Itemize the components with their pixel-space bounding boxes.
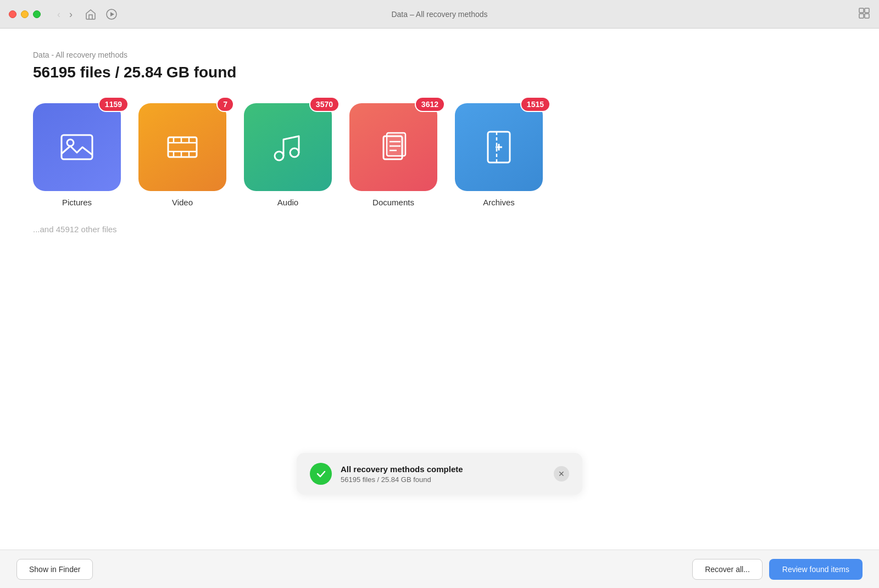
documents-card xyxy=(349,103,437,191)
pictures-icon xyxy=(57,127,97,167)
archives-icon xyxy=(479,127,519,167)
svg-rect-5 xyxy=(865,14,869,18)
other-files-text: ...and 45912 other files xyxy=(33,225,846,234)
archives-card-wrapper: 1515 xyxy=(455,103,543,191)
pictures-card xyxy=(33,103,121,191)
video-card xyxy=(138,103,226,191)
svg-rect-3 xyxy=(865,8,869,13)
scan-icon[interactable] xyxy=(105,8,118,20)
category-archives[interactable]: 1515 Archives xyxy=(455,103,543,207)
pictures-label: Pictures xyxy=(62,198,92,207)
category-documents[interactable]: 3612 Documents xyxy=(349,103,437,207)
svg-rect-6 xyxy=(62,135,92,159)
category-pictures[interactable]: 1159 Pictures xyxy=(33,103,121,207)
window-controls xyxy=(9,10,41,18)
notification-check-icon xyxy=(310,463,332,485)
svg-rect-8 xyxy=(168,137,197,157)
audio-card-wrapper: 3570 xyxy=(244,103,332,191)
archives-badge: 1515 xyxy=(520,97,550,112)
audio-badge: 3570 xyxy=(309,97,340,112)
svg-point-17 xyxy=(275,152,283,160)
svg-marker-1 xyxy=(110,12,114,16)
window-title: Data – All recovery methods xyxy=(391,10,487,19)
back-button[interactable]: ‹ xyxy=(54,7,64,21)
titlebar: ‹ › Data – All recovery methods xyxy=(0,0,879,29)
bottom-right-buttons: Recover all... Review found items xyxy=(692,559,863,580)
page-title: 56195 files / 25.84 GB found xyxy=(33,64,846,81)
documents-label: Documents xyxy=(372,198,414,207)
bottom-toolbar: Show in Finder Recover all... Review fou… xyxy=(0,550,879,588)
category-video[interactable]: 7 Video xyxy=(138,103,226,207)
archives-label: Archives xyxy=(483,198,515,207)
minimize-button[interactable] xyxy=(21,10,29,18)
audio-label: Audio xyxy=(277,198,298,207)
archives-card xyxy=(455,103,543,191)
home-icon[interactable] xyxy=(85,8,97,20)
view-toggle-icon[interactable] xyxy=(858,7,870,19)
svg-rect-2 xyxy=(859,8,864,13)
navigation-buttons: ‹ › xyxy=(54,7,76,21)
show-in-finder-button[interactable]: Show in Finder xyxy=(16,559,93,580)
recover-all-button[interactable]: Recover all... xyxy=(692,559,763,580)
pictures-card-wrapper: 1159 xyxy=(33,103,121,191)
breadcrumb: Data - All recovery methods xyxy=(33,51,846,59)
audio-card xyxy=(244,103,332,191)
documents-card-wrapper: 3612 xyxy=(349,103,437,191)
notification-banner: All recovery methods complete 56195 file… xyxy=(297,453,582,495)
notification-text: All recovery methods complete 56195 file… xyxy=(341,464,545,484)
svg-point-7 xyxy=(67,139,74,146)
notification-subtitle: 56195 files / 25.84 GB found xyxy=(341,475,545,484)
svg-rect-20 xyxy=(387,133,405,156)
titlebar-right xyxy=(858,7,870,21)
maximize-button[interactable] xyxy=(33,10,41,18)
main-content: Data - All recovery methods 56195 files … xyxy=(0,29,879,550)
categories-list: 1159 Pictures xyxy=(33,103,846,207)
notification-title: All recovery methods complete xyxy=(341,464,545,474)
audio-icon xyxy=(268,127,308,167)
video-badge: 7 xyxy=(216,97,234,112)
svg-point-18 xyxy=(290,148,299,157)
close-button[interactable] xyxy=(9,10,16,18)
documents-badge: 3612 xyxy=(415,97,445,112)
svg-rect-4 xyxy=(859,14,864,18)
documents-icon xyxy=(374,127,413,167)
pictures-badge: 1159 xyxy=(98,97,129,112)
video-label: Video xyxy=(172,198,193,207)
forward-button[interactable]: › xyxy=(66,7,76,21)
category-audio[interactable]: 3570 Audio xyxy=(244,103,332,207)
notification-close-button[interactable]: ✕ xyxy=(554,466,569,481)
nav-icons xyxy=(85,8,118,20)
video-card-wrapper: 7 xyxy=(138,103,226,191)
review-found-items-button[interactable]: Review found items xyxy=(769,559,863,580)
video-icon xyxy=(163,127,202,167)
